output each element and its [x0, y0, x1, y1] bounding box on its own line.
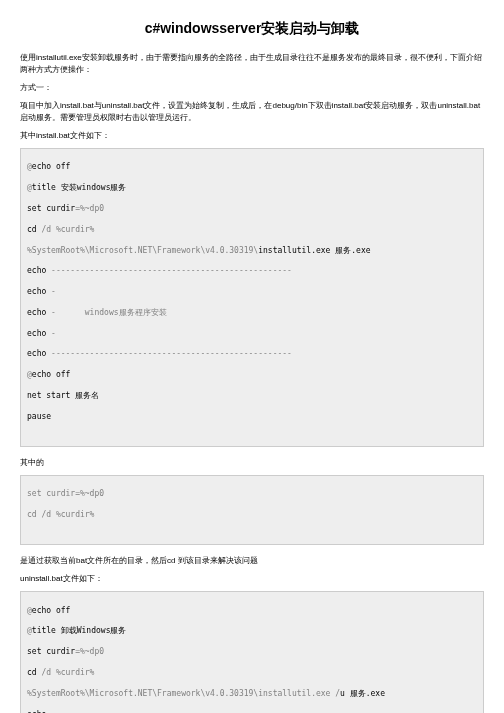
mid-desc: 是通过获取当前bat文件所在的目录，然后cd 到该目录来解决该问题	[20, 555, 484, 567]
install-bat-code: @echo off @title 安装windows服务 set curdir=…	[20, 148, 484, 447]
method1-desc: 项目中加入install.bat与uninstall.bat文件，设置为始终复制…	[20, 100, 484, 124]
uninstall-bat-code: @echo off @title 卸载Windows服务 set curdir=…	[20, 591, 484, 713]
intro-paragraph: 使用installutil.exe安装卸载服务时，由于需要指向服务的全路径，由于…	[20, 52, 484, 76]
install-header: 其中install.bat文件如下：	[20, 130, 484, 142]
uninstall-header: uninstall.bat文件如下：	[20, 573, 484, 585]
page-title: c#windowsserver安装启动与卸载	[20, 20, 484, 38]
method1-label: 方式一：	[20, 82, 484, 94]
mid-label: 其中的	[20, 457, 484, 469]
mid-code: set curdir=%~dp0 cd /d %curdir%	[20, 475, 484, 545]
